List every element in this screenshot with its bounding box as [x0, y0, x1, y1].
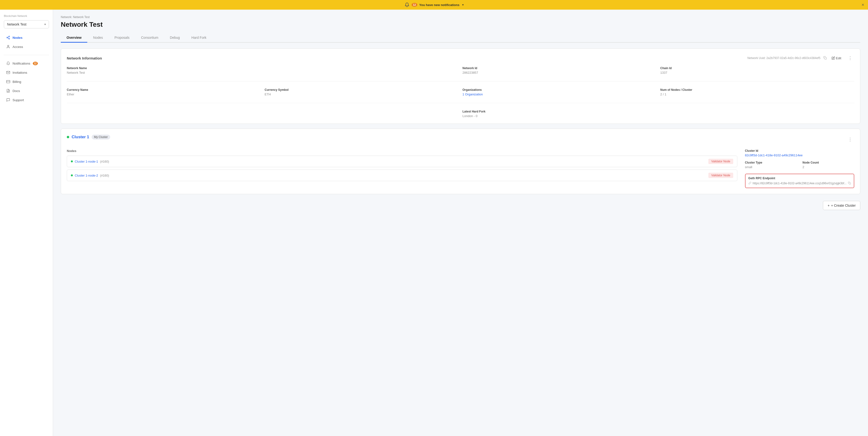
cluster-id-value: 82c9ff3d-1dc1-418e-9102-a49c296114ee — [745, 154, 854, 157]
banner-close-button[interactable]: × — [862, 2, 864, 7]
network-selector[interactable]: Network Test ▾ — [4, 20, 49, 28]
num-nodes-label: Num of Nodes / Cluster — [660, 88, 855, 92]
sidebar-item-invitations[interactable]: Invitations — [4, 69, 49, 76]
tab-overview[interactable]: Overview — [61, 33, 87, 43]
cluster-info-section: Cluster Id 82c9ff3d-1dc1-418e-9102-a49c2… — [745, 149, 854, 188]
chevron-down-icon: ▾ — [44, 23, 46, 26]
notification-badge: 12 — [411, 3, 417, 7]
tab-consortium[interactable]: Consortium — [135, 33, 164, 43]
cluster-id-section: Cluster Id 82c9ff3d-1dc1-418e-9102-a49c2… — [745, 149, 854, 157]
page-title: Network Test — [61, 21, 860, 28]
uuid-label: Network Uuid: 2a2b7937-02a5-4d2c-96c2-d6… — [747, 56, 820, 60]
notification-banner: 12 You have new notifications ▾ × — [0, 0, 868, 10]
node-status-dot — [71, 174, 73, 176]
cluster-more-options-button[interactable]: ⋮ — [846, 136, 854, 143]
geth-rpc-box: Geth RPC Endpoint https://82c9ff3d-1dc1 — [745, 174, 854, 188]
svg-point-5 — [7, 45, 9, 46]
footer-actions: + + Create Cluster — [61, 199, 860, 210]
sidebar-network-label: Blockchain Network — [4, 14, 49, 18]
network-name-section: Network Name Network Test — [67, 66, 261, 74]
network-info-title: Network Information — [67, 56, 102, 60]
cluster-card-header: Cluster 1 My Cluster ⋮ — [67, 135, 854, 144]
sidebar-item-nodes[interactable]: Nodes — [4, 34, 49, 41]
cluster-name: Cluster 1 — [72, 135, 89, 139]
organizations-value[interactable]: 1 Organization — [462, 93, 656, 96]
num-nodes-section: Num of Nodes / Cluster 2 / 1 — [660, 88, 855, 96]
sidebar-item-support[interactable]: Support — [4, 96, 49, 104]
cluster-id-label: Cluster Id — [745, 149, 854, 153]
node-1-name[interactable]: Cluster 1-node-1 — [75, 160, 98, 163]
cluster-status-dot — [67, 136, 69, 138]
sidebar-item-billing[interactable]: Billing — [4, 78, 49, 86]
spacer1 — [265, 66, 459, 74]
node-1-id: (#160) — [100, 160, 109, 163]
node-count-section: Node Count 2 — [802, 161, 854, 169]
table-row: Cluster 1-node-1 (#160) Validator Node — [67, 156, 737, 167]
breadcrumb: Network: Network Test — [61, 15, 860, 19]
tab-debug[interactable]: Debug — [164, 33, 186, 43]
network-name-value: Network Test — [67, 71, 261, 74]
num-nodes-value: 2 / 1 — [660, 93, 855, 96]
tab-nodes[interactable]: Nodes — [87, 33, 108, 43]
sidebar-item-access[interactable]: Access — [4, 43, 49, 51]
nodes-icon — [6, 36, 10, 39]
banner-text: You have new notifications — [419, 3, 460, 7]
node-2-type-badge: Validator Node — [708, 173, 733, 178]
sidebar-item-invitations-label: Invitations — [12, 71, 27, 74]
sidebar-item-notifications-label: Notifications — [12, 62, 30, 65]
latest-hard-fork-value: London - 0 — [462, 114, 656, 118]
organizations-label: Organizations — [462, 88, 656, 92]
currency-name-label: Currency Name — [67, 88, 261, 92]
node-count-label: Node Count — [802, 161, 854, 164]
sidebar-item-notifications[interactable]: Notifications 12 — [4, 60, 49, 67]
main-content: Network: Network Test Network Test Overv… — [53, 10, 868, 436]
chain-id-value: 1337 — [660, 71, 855, 74]
my-cluster-badge: My Cluster — [92, 135, 110, 139]
sidebar-item-nodes-label: Nodes — [12, 36, 23, 39]
svg-rect-6 — [6, 80, 10, 83]
node-2-id: (#160) — [100, 174, 109, 177]
currency-name-section: Currency Name Ether — [67, 88, 261, 96]
sidebar-item-docs-label: Docs — [12, 89, 20, 93]
node-2-name[interactable]: Cluster 1-node-2 — [75, 174, 98, 177]
copy-uuid-icon[interactable] — [824, 56, 827, 60]
create-cluster-button[interactable]: + + Create Cluster — [823, 201, 860, 210]
geth-rpc-section: Geth RPC Endpoint https://82c9ff3d-1dc1 — [745, 173, 854, 188]
edit-button[interactable]: Edit — [830, 56, 843, 61]
cluster-type-value: small — [745, 165, 797, 169]
network-id-value: 286223857 — [462, 71, 656, 74]
tab-proposals[interactable]: Proposals — [109, 33, 135, 43]
latest-hard-fork-label: Latest Hard Fork — [462, 110, 656, 113]
copy-rpc-icon[interactable] — [848, 181, 851, 185]
tab-hardfork[interactable]: Hard Fork — [186, 33, 212, 43]
cluster-type-section: Cluster Type small — [745, 161, 797, 169]
cluster-nodes-section: Nodes Cluster 1-node-1 (#160) Validator … — [67, 149, 737, 188]
nodes-section-label: Nodes — [67, 149, 737, 153]
support-icon — [6, 98, 10, 102]
cluster-header: Cluster 1 My Cluster — [67, 135, 110, 139]
chain-id-label: Chain Id — [660, 66, 855, 70]
network-selector-name: Network Test — [7, 23, 27, 26]
credit-card-icon — [6, 80, 10, 83]
banner-content: 12 You have new notifications ▾ — [404, 2, 464, 7]
organizations-section: Organizations 1 Organization — [462, 88, 656, 96]
geth-rpc-value: https://82c9ff3d-1dc1-418e-9102-a49c2961… — [748, 181, 851, 185]
notifications-bell-icon — [6, 61, 10, 65]
currency-symbol-section: Currency Symbol ETH — [265, 88, 459, 96]
access-icon — [6, 45, 10, 49]
sidebar-item-billing-label: Billing — [12, 80, 21, 83]
more-options-button[interactable]: ⋮ — [846, 55, 854, 62]
table-row: Cluster 1-node-2 (#160) Validator Node — [67, 170, 737, 181]
cluster-card: Cluster 1 My Cluster ⋮ Nodes Cluster 1-n… — [61, 129, 860, 194]
sidebar-item-docs[interactable]: Docs — [4, 87, 49, 95]
network-info-card: Network Information Network Uuid: 2a2b79… — [61, 48, 860, 124]
chevron-down-icon[interactable]: ▾ — [462, 3, 464, 6]
svg-rect-11 — [849, 183, 851, 185]
svg-line-3 — [8, 38, 9, 38]
svg-line-4 — [8, 37, 9, 37]
sidebar-divider — [4, 55, 49, 55]
network-info-grid: Network Name Network Test Network Id 286… — [67, 66, 854, 118]
network-info-header-right: Network Uuid: 2a2b7937-02a5-4d2c-96c2-d6… — [747, 55, 854, 62]
currency-symbol-label: Currency Symbol — [265, 88, 459, 92]
node-1-type-badge: Validator Node — [708, 159, 733, 164]
